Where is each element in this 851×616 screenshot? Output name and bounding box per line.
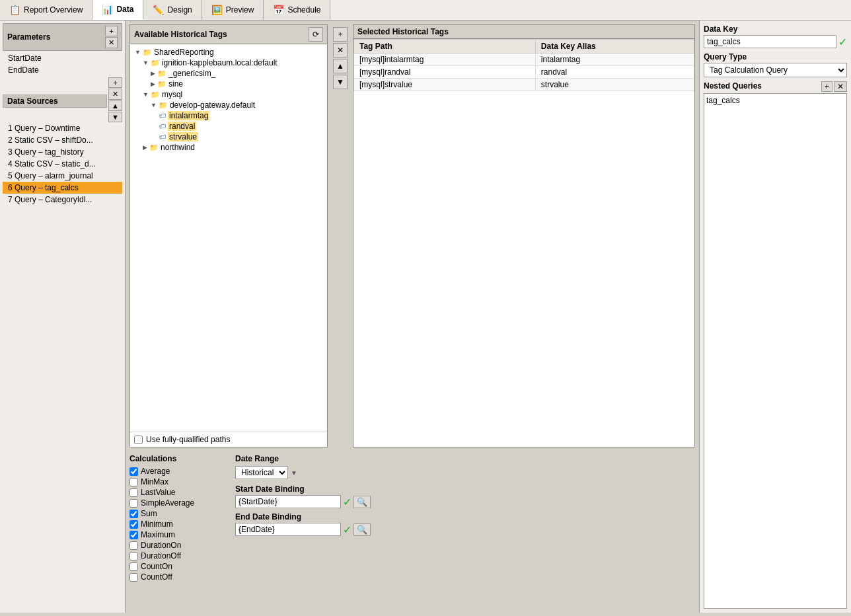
tag-icon-6: 🏷: [159, 112, 166, 120]
move-datasource-down-button[interactable]: ▼: [108, 112, 122, 122]
calc-sum: Sum: [130, 508, 229, 519]
tree-genericsim[interactable]: ▶ 📁 _genericsim_: [133, 68, 324, 79]
move-down-button[interactable]: ▼: [333, 75, 348, 89]
fully-qualified-checkbox[interactable]: [134, 436, 143, 444]
tree-develop-gateway[interactable]: ▼ 📁 develop-gateway.default: [133, 100, 324, 110]
panel-side-buttons: + ✕ ▲ ▼: [332, 24, 349, 447]
calc-sum-checkbox[interactable]: [130, 510, 138, 518]
refresh-available-button[interactable]: ⟳: [309, 27, 323, 42]
datasource-5[interactable]: 5 Query – alarm_journal: [3, 170, 122, 182]
datasource-2[interactable]: 2 Static CSV – shiftDo...: [3, 134, 122, 146]
tree-label-7: randval: [168, 122, 196, 131]
table-row[interactable]: [mysql]randval randval: [354, 66, 694, 79]
tab-data[interactable]: 📊 Data: [92, 0, 143, 20]
remove-param-button[interactable]: ✕: [105, 37, 118, 48]
start-date-search-button[interactable]: 🔍: [353, 496, 371, 508]
tree-shared-reporting[interactable]: ▼ 📁 SharedReporting: [133, 47, 324, 58]
datasource-3[interactable]: 3 Query – tag_history: [3, 146, 122, 158]
data-key-row: ✓: [704, 35, 847, 48]
calc-lastvalue-label: LastValue: [141, 488, 175, 497]
query-type-title: Query Type: [704, 52, 847, 61]
tree-randval[interactable]: 🏷 randval: [133, 121, 324, 132]
calc-minmax-checkbox[interactable]: [130, 478, 138, 486]
datasource-4[interactable]: 4 Static CSV – static_d...: [3, 158, 122, 170]
schedule-icon: 📅: [273, 5, 284, 15]
calc-durationon-checkbox[interactable]: [130, 541, 138, 550]
calculations-title: Calculations: [130, 454, 229, 463]
table-row[interactable]: [mysql]intalarmtag intalarmtag: [354, 54, 694, 66]
move-datasource-up-button[interactable]: ▲: [108, 100, 122, 111]
table-row[interactable]: [mysql]strvalue strvalue: [354, 79, 694, 91]
calc-durationoff-checkbox[interactable]: [130, 552, 138, 560]
calc-maximum-checkbox[interactable]: [130, 531, 138, 539]
datasource-6[interactable]: 6 Query – tag_calcs: [3, 182, 122, 194]
datasources-header: Data Sources: [3, 95, 107, 108]
datasource-7[interactable]: 7 Query – CategoryIdl...: [3, 194, 122, 206]
query-type-section: Query Type Tag Calculation Query Tag His…: [704, 52, 847, 77]
calc-maximum: Maximum: [130, 529, 229, 540]
calc-average-checkbox[interactable]: [130, 467, 138, 476]
main-container: Parameters + ✕ StartDate EndDate Data So…: [0, 20, 851, 613]
tree-northwind[interactable]: ▶ 📁 northwind: [133, 142, 324, 153]
end-date-check-icon[interactable]: ✓: [343, 523, 352, 536]
remove-selected-button[interactable]: ✕: [333, 43, 348, 58]
tree-mysql[interactable]: ▼ 📁 mysql: [133, 89, 324, 100]
datasource-1[interactable]: 1 Query – Downtime: [3, 122, 122, 134]
tree-strvalue[interactable]: 🏷 strvalue: [133, 132, 324, 142]
calc-minimum-checkbox[interactable]: [130, 520, 138, 529]
calc-durationon-label: DurationOn: [141, 541, 181, 550]
remove-nested-query-button[interactable]: ✕: [834, 81, 847, 92]
tree-ignition[interactable]: ▼ 📁 ignition-kapplebaum.local:default: [133, 58, 324, 68]
param-end-date[interactable]: EndDate: [3, 64, 122, 76]
date-range-dropdown[interactable]: Historical Realtime Custom: [235, 466, 288, 479]
calc-simpleaverage-checkbox[interactable]: [130, 499, 138, 508]
tree-container[interactable]: ▼ 📁 SharedReporting ▼ 📁 ignition-kappleb…: [130, 44, 327, 432]
alias-2: strvalue: [535, 79, 694, 91]
move-up-button[interactable]: ▲: [333, 59, 348, 73]
calc-minimum: Minimum: [130, 519, 229, 529]
tree-sine[interactable]: ▶ 📁 sine: [133, 79, 324, 89]
tab-schedule-label: Schedule: [287, 5, 320, 15]
end-date-search-button[interactable]: 🔍: [353, 523, 371, 536]
left-sidebar: Parameters + ✕ StartDate EndDate Data So…: [0, 20, 126, 613]
selected-tags-table-container: Tag Path Data Key Alias [mysql]intalarmt…: [353, 39, 694, 447]
tag-icon-8: 🏷: [159, 133, 166, 141]
nested-query-item[interactable]: tag_calcs: [706, 96, 844, 105]
calc-average-label: Average: [141, 467, 170, 476]
calc-counton: CountOn: [130, 561, 229, 572]
tab-design[interactable]: ✏️ Design: [143, 0, 202, 20]
add-selected-button[interactable]: +: [333, 27, 348, 42]
tree-intalarmtag[interactable]: 🏷 intalarmtag: [133, 110, 324, 121]
calc-average: Average: [130, 466, 229, 477]
alias-1: randval: [535, 66, 694, 79]
date-range-panel: Date Range Historical Realtime Custom ▼ …: [235, 454, 381, 609]
start-date-check-icon[interactable]: ✓: [343, 496, 352, 508]
add-param-button[interactable]: +: [105, 26, 118, 36]
tab-report-overview[interactable]: 📋 Report Overview: [0, 0, 92, 20]
query-type-dropdown[interactable]: Tag Calculation Query Tag History Query: [704, 63, 847, 77]
tree-arrow-2: ▶: [151, 70, 155, 77]
remove-datasource-button[interactable]: ✕: [108, 89, 122, 100]
add-datasource-button[interactable]: +: [108, 77, 122, 88]
calc-counton-checkbox[interactable]: [130, 562, 138, 571]
data-key-check-icon[interactable]: ✓: [838, 36, 847, 48]
add-nested-query-button[interactable]: +: [821, 81, 832, 92]
tree-arrow-9: ▶: [143, 144, 147, 151]
date-range-select-row: Historical Realtime Custom ▼: [235, 466, 381, 479]
tree-label-5: develop-gateway.default: [170, 100, 255, 110]
col-data-key-alias: Data Key Alias: [535, 40, 694, 54]
calc-lastvalue-checkbox[interactable]: [130, 488, 138, 497]
param-start-date[interactable]: StartDate: [3, 52, 122, 64]
tab-schedule[interactable]: 📅 Schedule: [264, 0, 330, 20]
date-range-title: Date Range: [235, 454, 381, 463]
end-date-input[interactable]: [235, 523, 341, 536]
tab-design-label: Design: [167, 5, 192, 15]
selected-tags-header: Selected Historical Tags: [353, 25, 694, 39]
calc-durationon: DurationOn: [130, 540, 229, 551]
start-date-input[interactable]: [235, 495, 341, 508]
tree-arrow-3: ▶: [151, 81, 155, 87]
tab-preview[interactable]: 🖼️ Preview: [202, 0, 264, 20]
nested-queries-title: Nested Queries: [704, 81, 762, 91]
data-key-input[interactable]: [704, 35, 836, 48]
calc-countoff-checkbox[interactable]: [130, 573, 138, 582]
